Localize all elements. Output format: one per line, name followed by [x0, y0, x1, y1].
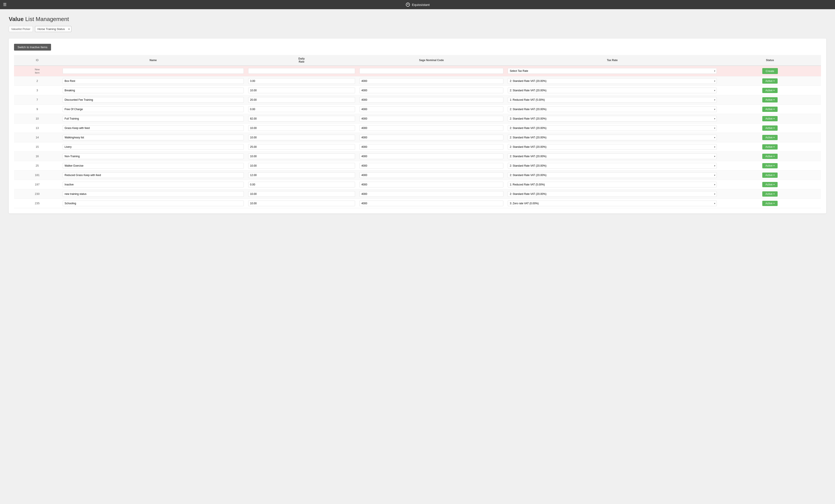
row-tax-select[interactable]: 1: Reduced Rate VAT (5.00%)2: Standard R… — [508, 125, 717, 131]
row-status-button[interactable]: Active — [762, 182, 778, 187]
row-status-cell[interactable]: Active — [719, 180, 821, 189]
row-tax-cell[interactable]: 1: Reduced Rate VAT (5.00%)2: Standard R… — [506, 189, 719, 198]
row-status-button[interactable]: Active — [762, 154, 778, 159]
row-sage-input[interactable] — [360, 125, 504, 131]
row-tax-wrapper[interactable]: 1: Reduced Rate VAT (5.00%)2: Standard R… — [508, 97, 717, 103]
row-name-cell[interactable] — [60, 180, 246, 189]
row-tax-cell[interactable]: 1: Reduced Rate VAT (5.00%)2: Standard R… — [506, 76, 719, 86]
row-sage-cell[interactable] — [357, 180, 506, 189]
row-name-cell[interactable] — [60, 161, 246, 170]
row-rate-cell[interactable] — [246, 161, 357, 170]
row-tax-wrapper[interactable]: 1: Reduced Rate VAT (5.00%)2: Standard R… — [508, 116, 717, 122]
row-rate-cell[interactable] — [246, 104, 357, 114]
row-sage-input[interactable] — [360, 97, 504, 103]
row-sage-cell[interactable] — [357, 151, 506, 161]
row-tax-wrapper[interactable]: 1: Reduced Rate VAT (5.00%)2: Standard R… — [508, 88, 717, 93]
row-tax-select[interactable]: 1: Reduced Rate VAT (5.00%)2: Standard R… — [508, 201, 717, 206]
new-item-create-cell[interactable]: Create — [719, 66, 821, 76]
row-tax-cell[interactable]: 1: Reduced Rate VAT (5.00%)2: Standard R… — [506, 180, 719, 189]
row-tax-wrapper[interactable]: 1: Reduced Rate VAT (5.00%)2: Standard R… — [508, 135, 717, 140]
row-tax-wrapper[interactable]: 1: Reduced Rate VAT (5.00%)2: Standard R… — [508, 106, 717, 112]
row-tax-select[interactable]: 1: Reduced Rate VAT (5.00%)2: Standard R… — [508, 78, 717, 84]
row-name-cell[interactable] — [60, 142, 246, 151]
row-status-button[interactable]: Active — [762, 88, 778, 93]
row-name-input[interactable] — [63, 144, 244, 150]
row-sage-input[interactable] — [360, 106, 504, 112]
row-name-input[interactable] — [63, 97, 244, 103]
row-rate-cell[interactable] — [246, 198, 357, 208]
row-sage-input[interactable] — [360, 172, 504, 178]
row-name-cell[interactable] — [60, 95, 246, 104]
picker-dropdown[interactable]: Horse Training Status Horse Status Breed… — [35, 26, 72, 32]
row-sage-input[interactable] — [360, 163, 504, 169]
row-name-input[interactable] — [63, 106, 244, 112]
row-tax-wrapper[interactable]: 1: Reduced Rate VAT (5.00%)2: Standard R… — [508, 201, 717, 206]
new-item-tax-wrapper[interactable]: Select Tax Rate 1: Reduced Rate VAT (5.0… — [508, 68, 717, 74]
row-name-input[interactable] — [63, 125, 244, 131]
row-name-input[interactable] — [63, 153, 244, 159]
row-tax-select[interactable]: 1: Reduced Rate VAT (5.00%)2: Standard R… — [508, 135, 717, 140]
row-name-cell[interactable] — [60, 189, 246, 198]
row-name-cell[interactable] — [60, 76, 246, 86]
row-tax-select[interactable]: 1: Reduced Rate VAT (5.00%)2: Standard R… — [508, 163, 717, 169]
row-rate-input[interactable] — [248, 191, 355, 197]
row-rate-input[interactable] — [248, 163, 355, 169]
row-name-input[interactable] — [63, 191, 244, 197]
row-rate-input[interactable] — [248, 135, 355, 140]
row-status-cell[interactable]: Active — [719, 104, 821, 114]
row-name-input[interactable] — [63, 88, 244, 93]
row-sage-cell[interactable] — [357, 170, 506, 180]
row-rate-input[interactable] — [248, 182, 355, 187]
row-status-cell[interactable]: Active — [719, 161, 821, 170]
row-name-input[interactable] — [63, 182, 244, 187]
row-sage-input[interactable] — [360, 191, 504, 197]
row-sage-input[interactable] — [360, 78, 504, 84]
row-status-button[interactable]: Active — [762, 201, 778, 206]
row-status-button[interactable]: Active — [762, 107, 778, 112]
row-tax-cell[interactable]: 1: Reduced Rate VAT (5.00%)2: Standard R… — [506, 151, 719, 161]
row-sage-input[interactable] — [360, 144, 504, 150]
row-name-cell[interactable] — [60, 104, 246, 114]
row-status-button[interactable]: Active — [762, 135, 778, 140]
row-rate-cell[interactable] — [246, 114, 357, 123]
row-rate-cell[interactable] — [246, 95, 357, 104]
row-tax-select[interactable]: 1: Reduced Rate VAT (5.00%)2: Standard R… — [508, 144, 717, 150]
row-sage-cell[interactable] — [357, 142, 506, 151]
row-name-cell[interactable] — [60, 86, 246, 95]
row-sage-input[interactable] — [360, 88, 504, 93]
new-item-rate-cell[interactable] — [246, 66, 357, 76]
new-item-rate-input[interactable] — [248, 68, 355, 74]
row-sage-cell[interactable] — [357, 76, 506, 86]
row-rate-input[interactable] — [248, 153, 355, 159]
row-rate-input[interactable] — [248, 172, 355, 178]
row-sage-input[interactable] — [360, 153, 504, 159]
row-status-button[interactable]: Active — [762, 144, 778, 149]
create-button[interactable]: Create — [762, 68, 778, 74]
row-rate-input[interactable] — [248, 97, 355, 103]
row-tax-select[interactable]: 1: Reduced Rate VAT (5.00%)2: Standard R… — [508, 172, 717, 178]
new-item-sage-cell[interactable] — [357, 66, 506, 76]
row-name-input[interactable] — [63, 201, 244, 206]
row-rate-input[interactable] — [248, 201, 355, 206]
row-sage-cell[interactable] — [357, 189, 506, 198]
row-tax-select[interactable]: 1: Reduced Rate VAT (5.00%)2: Standard R… — [508, 97, 717, 103]
row-rate-cell[interactable] — [246, 133, 357, 142]
row-name-cell[interactable] — [60, 133, 246, 142]
row-status-cell[interactable]: Active — [719, 189, 821, 198]
row-rate-cell[interactable] — [246, 76, 357, 86]
row-tax-cell[interactable]: 1: Reduced Rate VAT (5.00%)2: Standard R… — [506, 123, 719, 133]
row-status-cell[interactable]: Active — [719, 133, 821, 142]
row-tax-wrapper[interactable]: 1: Reduced Rate VAT (5.00%)2: Standard R… — [508, 78, 717, 84]
row-sage-input[interactable] — [360, 201, 504, 206]
row-tax-wrapper[interactable]: 1: Reduced Rate VAT (5.00%)2: Standard R… — [508, 182, 717, 187]
row-name-cell[interactable] — [60, 170, 246, 180]
row-sage-cell[interactable] — [357, 133, 506, 142]
row-name-input[interactable] — [63, 135, 244, 140]
row-status-button[interactable]: Active — [762, 163, 778, 168]
new-item-sage-input[interactable] — [360, 68, 504, 74]
new-item-name-input[interactable] — [63, 68, 244, 74]
switch-inactive-button[interactable]: Switch to Inactive Items — [14, 44, 51, 50]
new-item-tax-cell[interactable]: Select Tax Rate 1: Reduced Rate VAT (5.0… — [506, 66, 719, 76]
row-rate-cell[interactable] — [246, 189, 357, 198]
row-tax-cell[interactable]: 1: Reduced Rate VAT (5.00%)2: Standard R… — [506, 142, 719, 151]
